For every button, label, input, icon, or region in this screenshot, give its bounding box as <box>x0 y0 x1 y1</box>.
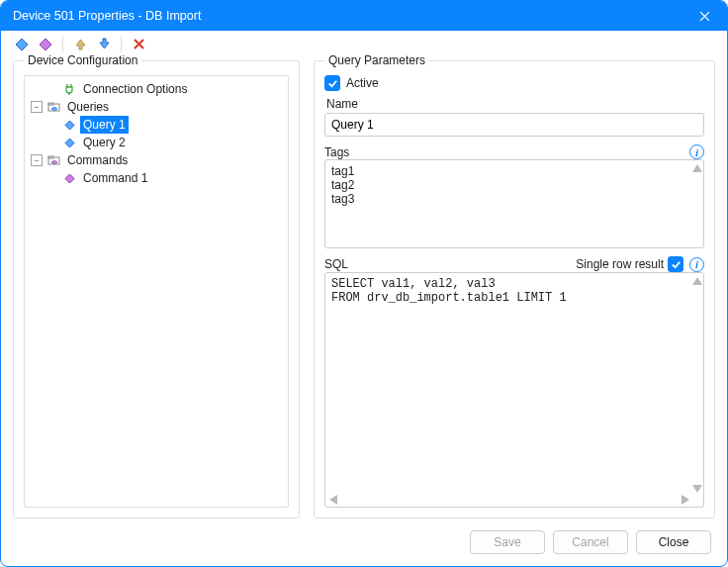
arrow-down-icon <box>98 38 111 50</box>
tags-header: Tags i <box>324 144 704 159</box>
tags-line: tag1 <box>331 164 697 178</box>
tree-node-query-1[interactable]: Query 1 <box>46 116 286 134</box>
add-command-button[interactable] <box>35 34 56 55</box>
plug-icon <box>62 82 76 96</box>
footer: Save Cancel Close <box>1 522 727 566</box>
folder-commands-icon <box>46 153 60 167</box>
name-label: Name <box>326 97 702 111</box>
diamond-purple-icon <box>62 171 76 185</box>
diamond-blue-icon <box>15 38 29 51</box>
active-label: Active <box>346 76 379 90</box>
close-icon <box>699 11 710 22</box>
collapse-icon[interactable]: − <box>31 101 43 113</box>
name-input[interactable] <box>324 113 704 137</box>
info-icon[interactable]: i <box>689 257 704 272</box>
add-query-button[interactable] <box>11 34 33 55</box>
cancel-button[interactable]: Cancel <box>553 530 628 554</box>
toolbar-separator <box>121 37 122 52</box>
tree-node-commands[interactable]: − Commands <box>31 151 286 169</box>
move-down-button[interactable] <box>93 34 115 55</box>
device-configuration-group: Device Configuration Connection Options <box>13 60 300 519</box>
svg-rect-3 <box>48 156 53 158</box>
diamond-blue-icon <box>62 136 76 149</box>
move-up-button[interactable] <box>69 34 91 55</box>
query-parameters-group: Query Parameters Active Name Tags i tag1… <box>314 60 715 519</box>
tags-line: tag2 <box>331 178 697 192</box>
close-button[interactable]: Close <box>636 530 711 554</box>
tree-node-query-2[interactable]: Query 2 <box>46 134 286 151</box>
tags-textarea[interactable]: tag1 tag2 tag3 <box>324 159 704 248</box>
check-icon <box>327 78 338 89</box>
query-parameters-legend: Query Parameters <box>324 53 429 67</box>
diamond-blue-icon <box>62 118 76 132</box>
scroll-up-icon <box>692 164 702 172</box>
tree-node-queries[interactable]: − Queries <box>31 98 286 116</box>
delete-button[interactable] <box>128 34 149 55</box>
titlebar: Device 501 Properties - DB Import <box>1 1 727 31</box>
tree-view[interactable]: Connection Options − Queries <box>24 75 289 508</box>
arrow-up-icon <box>74 38 87 50</box>
sql-label: SQL <box>324 257 576 271</box>
tree-node-connection-options[interactable]: Connection Options <box>31 80 286 98</box>
toolbar-separator <box>62 37 63 52</box>
tags-line: tag3 <box>331 192 697 206</box>
sql-header: SQL Single row result i <box>324 256 704 272</box>
folder-queries-icon <box>46 100 60 114</box>
body: Device Configuration Connection Options <box>1 58 727 522</box>
window: Device 501 Properties - DB Import Device… <box>0 0 728 567</box>
diamond-purple-icon <box>39 38 52 51</box>
tags-label: Tags <box>324 145 689 159</box>
active-row: Active <box>324 75 704 91</box>
save-button[interactable]: Save <box>470 530 545 554</box>
svg-rect-1 <box>48 103 53 105</box>
single-row-checkbox[interactable] <box>668 256 683 272</box>
tree-node-command-1[interactable]: Command 1 <box>46 169 286 187</box>
window-close-button[interactable] <box>682 1 727 31</box>
info-icon[interactable]: i <box>689 144 704 159</box>
active-checkbox[interactable] <box>324 75 340 91</box>
single-row-label: Single row result <box>576 257 664 271</box>
scroll-up-icon <box>692 277 702 285</box>
collapse-icon[interactable]: − <box>31 154 43 166</box>
window-title: Device 501 Properties - DB Import <box>13 9 682 23</box>
scroll-left-icon <box>329 495 337 505</box>
scroll-right-icon <box>682 495 689 505</box>
check-icon <box>671 259 682 270</box>
scroll-down-icon <box>692 485 702 493</box>
device-configuration-legend: Device Configuration <box>24 53 141 67</box>
sql-textarea[interactable]: SELECT val1, val2, val3 FROM drv_db_impo… <box>324 272 704 508</box>
delete-x-icon <box>133 38 145 50</box>
